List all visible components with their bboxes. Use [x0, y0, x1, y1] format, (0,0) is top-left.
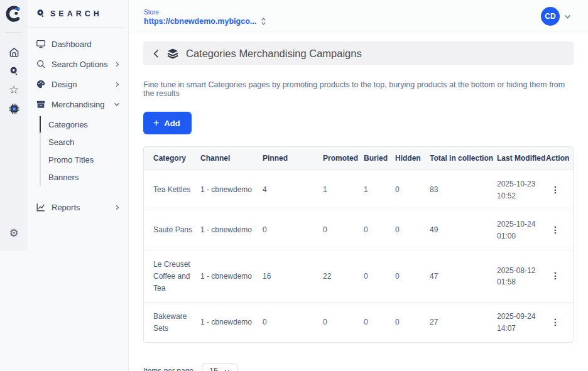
sidebar-item-search[interactable]: Search [41, 133, 129, 151]
account-chevron-down-icon[interactable] [564, 13, 572, 21]
search-pin-icon[interactable] [0, 62, 28, 80]
row-actions-kebab-button[interactable]: ⋮ [547, 316, 564, 328]
pagination: Items per page 15 [143, 363, 574, 371]
sidebar-item-promo-titles[interactable]: Promo Titles [41, 151, 129, 168]
monitor-icon [36, 39, 46, 49]
sidebar-item-dashboard[interactable]: Dashboard [28, 34, 129, 54]
cell-hidden: 0 [395, 303, 430, 343]
magnifier-icon [36, 59, 46, 69]
home-icon[interactable] [0, 43, 28, 62]
sidebar: ☆ ⚙ SEARCH [0, 0, 129, 371]
col-action: Action [546, 147, 574, 170]
cell-category: Bakeware Sets [144, 303, 200, 343]
sidebar-item-label: Search Options [52, 60, 108, 69]
col-last-modified: Last Modified [497, 147, 546, 170]
add-button[interactable]: + Add [143, 112, 192, 134]
chip-icon[interactable] [0, 99, 28, 118]
brand-name: SEARCH [50, 9, 102, 18]
table-row: Sauté Pans 1 - cbnewdemo 0 0 0 0 49 2025… [144, 210, 574, 250]
cell-buried: 1 [364, 170, 395, 210]
cell-pinned: 16 [263, 250, 323, 303]
chart-icon [36, 202, 46, 212]
items-per-page-value: 15 [209, 367, 218, 371]
page-description: Fine tune in smart Categories pages by p… [143, 80, 574, 98]
items-per-page-select[interactable]: 15 [202, 363, 238, 371]
cell-hidden: 0 [395, 170, 430, 210]
cell-promoted: 0 [323, 210, 364, 250]
submenu-label: Banners [48, 173, 79, 182]
archive-box-icon [36, 99, 46, 109]
sidebar-item-label: Merchandising [52, 100, 105, 109]
cell-promoted: 22 [323, 250, 364, 303]
submenu-label: Search [48, 137, 74, 147]
cell-total-in-collection: 83 [430, 170, 497, 210]
cell-last-modified: 2025-10-24 01:00 [497, 210, 546, 250]
merchandising-submenu: Categories Search Promo Titles Banners [40, 116, 129, 186]
sidebar-item-reports[interactable]: Reports [28, 197, 129, 217]
plus-icon: + [153, 118, 159, 128]
back-button[interactable] [153, 49, 160, 58]
brand-pin-icon [36, 9, 45, 18]
cell-buried: 0 [364, 210, 395, 250]
sidebar-item-banners[interactable]: Banners [41, 168, 129, 186]
star-icon[interactable]: ☆ [0, 80, 28, 99]
page-header-band: Categories Merchandising Campaigns [143, 41, 574, 65]
palette-icon [36, 79, 46, 89]
table-row: Bakeware Sets 1 - cbnewdemo 0 0 0 0 27 2… [144, 303, 574, 343]
sidebar-item-label: Design [52, 80, 77, 89]
cell-total-in-collection: 47 [430, 250, 497, 303]
table-body: Tea Kettles 1 - cbnewdemo 4 1 1 0 83 202… [144, 170, 574, 343]
items-per-page-label: Items per page [143, 367, 193, 371]
page-title: Categories Merchandising Campaigns [186, 48, 362, 60]
cell-hidden: 0 [395, 250, 430, 303]
store-url: https://cbnewdemo.mybigco... [144, 17, 256, 26]
table-row: Tea Kettles 1 - cbnewdemo 4 1 1 0 83 202… [144, 170, 574, 210]
brand-header: SEARCH [28, 0, 124, 28]
cell-last-modified: 2025-09-24 14:07 [497, 303, 546, 343]
col-promoted: Promoted [323, 147, 364, 170]
cell-total-in-collection: 49 [430, 210, 497, 250]
cell-channel: 1 - cbnewdemo [200, 303, 263, 343]
row-actions-kebab-button[interactable]: ⋮ [547, 224, 564, 235]
avatar[interactable]: CD [541, 7, 560, 26]
cell-last-modified: 2025-10-23 10:52 [497, 170, 546, 210]
settings-gear-icon[interactable]: ⚙ [0, 223, 28, 242]
cell-category: Tea Kettles [144, 170, 200, 210]
sidebar-item-label: Reports [52, 203, 80, 212]
store-selector: Store https://cbnewdemo.mybigco... [144, 8, 266, 26]
chevron-right-icon [114, 62, 120, 67]
sidebar-item-search-options[interactable]: Search Options [28, 54, 129, 74]
cell-channel: 1 - cbnewdemo [200, 210, 263, 250]
campaigns-table: Category Channel Pinned Promoted Buried … [143, 146, 574, 343]
cell-action: ⋮ [546, 303, 574, 343]
cell-pinned: 0 [263, 303, 323, 343]
sidebar-item-merchandising[interactable]: Merchandising [28, 94, 129, 114]
star-glyph: ☆ [9, 84, 19, 95]
col-category: Category [144, 147, 200, 170]
cell-buried: 0 [364, 303, 395, 343]
store-url-select[interactable]: https://cbnewdemo.mybigco... [144, 17, 266, 26]
main-content: Categories Merchandising Campaigns Fine … [129, 33, 588, 371]
cell-action: ⋮ [546, 250, 574, 303]
sidebar-item-design[interactable]: Design [28, 74, 129, 94]
row-actions-kebab-button[interactable]: ⋮ [547, 184, 564, 195]
submenu-label: Promo Titles [48, 155, 94, 164]
row-actions-kebab-button[interactable]: ⋮ [547, 270, 564, 281]
sidebar-item-categories[interactable]: Categories [41, 116, 129, 133]
rail-divider [6, 32, 22, 33]
chevron-down-icon [114, 101, 120, 107]
cell-channel: 1 - cbnewdemo [200, 250, 263, 303]
layers-icon [166, 47, 179, 60]
app-logo-icon[interactable] [4, 4, 23, 23]
store-label: Store [144, 9, 266, 16]
cell-category: Sauté Pans [144, 210, 200, 250]
col-hidden: Hidden [395, 147, 430, 170]
top-bar: Store https://cbnewdemo.mybigco... CD [129, 0, 588, 33]
cell-category: Le Creuset Coffee and Tea [144, 250, 200, 303]
table-row: Le Creuset Coffee and Tea 1 - cbnewdemo … [144, 250, 574, 303]
chevron-right-icon [114, 205, 120, 210]
table-header-row: Category Channel Pinned Promoted Buried … [144, 147, 574, 170]
cell-pinned: 4 [263, 170, 323, 210]
stepper-updown-icon [261, 17, 266, 26]
icon-rail: ☆ [0, 0, 28, 251]
